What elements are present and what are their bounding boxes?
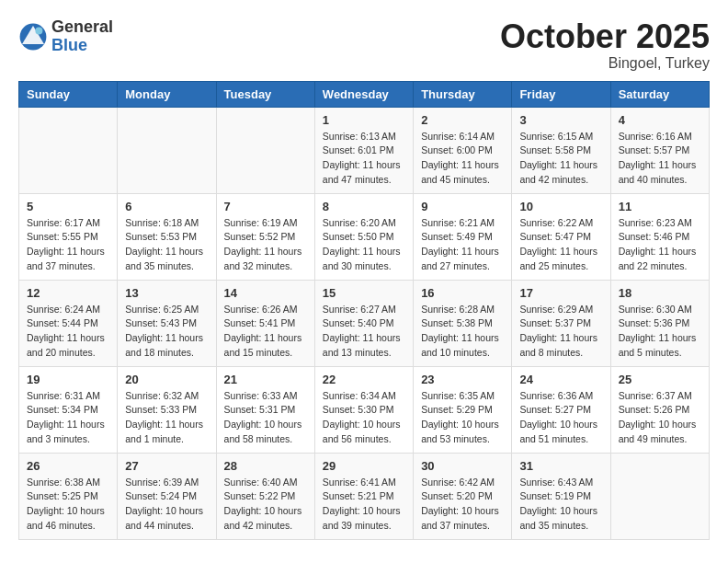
page-header: General Blue October 2025 Bingoel, Turke… — [18, 18, 710, 72]
calendar-cell: 17Sunrise: 6:29 AM Sunset: 5:37 PM Dayli… — [512, 280, 610, 366]
calendar-cell: 15Sunrise: 6:27 AM Sunset: 5:40 PM Dayli… — [314, 280, 413, 366]
calendar-cell: 22Sunrise: 6:34 AM Sunset: 5:30 PM Dayli… — [314, 366, 413, 453]
weekday-header-wednesday: Wednesday — [314, 81, 413, 107]
day-number: 24 — [519, 373, 602, 386]
day-info: Sunrise: 6:19 AM Sunset: 5:52 PM Dayligh… — [224, 216, 307, 274]
weekday-header-thursday: Thursday — [414, 81, 512, 107]
day-info: Sunrise: 6:14 AM Sunset: 6:00 PM Dayligh… — [421, 130, 504, 188]
logo-blue: Blue — [51, 37, 113, 55]
calendar-cell: 12Sunrise: 6:24 AM Sunset: 5:44 PM Dayli… — [19, 280, 118, 366]
calendar-week-4: 19Sunrise: 6:31 AM Sunset: 5:34 PM Dayli… — [19, 366, 710, 453]
calendar-cell: 31Sunrise: 6:43 AM Sunset: 5:19 PM Dayli… — [512, 453, 610, 539]
calendar-cell: 11Sunrise: 6:23 AM Sunset: 5:46 PM Dayli… — [610, 193, 709, 280]
calendar-week-3: 12Sunrise: 6:24 AM Sunset: 5:44 PM Dayli… — [19, 280, 710, 366]
day-number: 26 — [27, 459, 109, 473]
day-number: 14 — [224, 286, 307, 300]
day-number: 17 — [519, 286, 602, 300]
calendar-cell: 23Sunrise: 6:35 AM Sunset: 5:29 PM Dayli… — [414, 366, 512, 453]
weekday-header-sunday: Sunday — [19, 81, 118, 107]
calendar-cell — [216, 107, 314, 193]
day-number: 20 — [125, 373, 208, 386]
day-number: 6 — [125, 200, 208, 213]
weekday-header-tuesday: Tuesday — [216, 81, 314, 107]
calendar-cell: 29Sunrise: 6:41 AM Sunset: 5:21 PM Dayli… — [314, 453, 413, 539]
calendar-cell: 16Sunrise: 6:28 AM Sunset: 5:38 PM Dayli… — [414, 280, 512, 366]
day-number: 11 — [619, 200, 701, 213]
day-info: Sunrise: 6:13 AM Sunset: 6:01 PM Dayligh… — [323, 130, 405, 188]
day-number: 23 — [421, 373, 504, 386]
calendar-cell: 6Sunrise: 6:18 AM Sunset: 5:53 PM Daylig… — [118, 193, 216, 280]
calendar-cell: 19Sunrise: 6:31 AM Sunset: 5:34 PM Dayli… — [19, 366, 118, 453]
day-number: 7 — [224, 200, 307, 213]
day-info: Sunrise: 6:41 AM Sunset: 5:21 PM Dayligh… — [323, 476, 405, 534]
day-info: Sunrise: 6:40 AM Sunset: 5:22 PM Dayligh… — [224, 476, 307, 534]
calendar-cell: 5Sunrise: 6:17 AM Sunset: 5:55 PM Daylig… — [19, 193, 118, 280]
day-number: 9 — [421, 200, 504, 213]
calendar-cell: 24Sunrise: 6:36 AM Sunset: 5:27 PM Dayli… — [512, 366, 610, 453]
logo-text: General Blue — [51, 18, 113, 55]
calendar-week-5: 26Sunrise: 6:38 AM Sunset: 5:25 PM Dayli… — [19, 453, 710, 539]
day-number: 19 — [27, 373, 109, 386]
day-info: Sunrise: 6:37 AM Sunset: 5:26 PM Dayligh… — [619, 389, 701, 447]
day-number: 30 — [421, 459, 504, 473]
day-info: Sunrise: 6:15 AM Sunset: 5:58 PM Dayligh… — [519, 130, 602, 188]
day-number: 16 — [421, 286, 504, 300]
calendar-cell: 2Sunrise: 6:14 AM Sunset: 6:00 PM Daylig… — [414, 107, 512, 193]
day-info: Sunrise: 6:30 AM Sunset: 5:36 PM Dayligh… — [619, 303, 701, 361]
day-number: 18 — [619, 286, 701, 300]
day-info: Sunrise: 6:39 AM Sunset: 5:24 PM Dayligh… — [125, 476, 208, 534]
day-number: 4 — [619, 113, 701, 127]
calendar-cell: 9Sunrise: 6:21 AM Sunset: 5:49 PM Daylig… — [414, 193, 512, 280]
day-info: Sunrise: 6:26 AM Sunset: 5:41 PM Dayligh… — [224, 303, 307, 361]
day-info: Sunrise: 6:29 AM Sunset: 5:37 PM Dayligh… — [519, 303, 602, 361]
day-info: Sunrise: 6:21 AM Sunset: 5:49 PM Dayligh… — [421, 216, 504, 274]
day-number: 13 — [125, 286, 208, 300]
calendar-cell — [19, 107, 118, 193]
day-info: Sunrise: 6:24 AM Sunset: 5:44 PM Dayligh… — [27, 303, 109, 361]
day-info: Sunrise: 6:31 AM Sunset: 5:34 PM Dayligh… — [27, 389, 109, 447]
day-info: Sunrise: 6:27 AM Sunset: 5:40 PM Dayligh… — [323, 303, 405, 361]
month-title: October 2025 — [500, 18, 710, 55]
day-number: 22 — [323, 373, 405, 386]
day-info: Sunrise: 6:42 AM Sunset: 5:20 PM Dayligh… — [421, 476, 504, 534]
day-info: Sunrise: 6:33 AM Sunset: 5:31 PM Dayligh… — [224, 389, 307, 447]
title-block: October 2025 Bingoel, Turkey — [500, 18, 710, 72]
day-info: Sunrise: 6:16 AM Sunset: 5:57 PM Dayligh… — [619, 130, 701, 188]
day-number: 25 — [619, 373, 701, 386]
weekday-header-friday: Friday — [512, 81, 610, 107]
calendar-week-1: 1Sunrise: 6:13 AM Sunset: 6:01 PM Daylig… — [19, 107, 710, 193]
logo-icon — [18, 22, 48, 52]
day-info: Sunrise: 6:38 AM Sunset: 5:25 PM Dayligh… — [27, 476, 109, 534]
calendar-cell: 7Sunrise: 6:19 AM Sunset: 5:52 PM Daylig… — [216, 193, 314, 280]
day-number: 8 — [323, 200, 405, 213]
weekday-header-row: SundayMondayTuesdayWednesdayThursdayFrid… — [19, 81, 710, 107]
day-number: 10 — [519, 200, 602, 213]
day-info: Sunrise: 6:17 AM Sunset: 5:55 PM Dayligh… — [27, 216, 109, 274]
day-info: Sunrise: 6:34 AM Sunset: 5:30 PM Dayligh… — [323, 389, 405, 447]
calendar-cell: 14Sunrise: 6:26 AM Sunset: 5:41 PM Dayli… — [216, 280, 314, 366]
day-info: Sunrise: 6:28 AM Sunset: 5:38 PM Dayligh… — [421, 303, 504, 361]
calendar-cell: 10Sunrise: 6:22 AM Sunset: 5:47 PM Dayli… — [512, 193, 610, 280]
day-number: 3 — [519, 113, 602, 127]
day-number: 12 — [27, 286, 109, 300]
logo: General Blue — [18, 18, 113, 55]
day-number: 21 — [224, 373, 307, 386]
day-number: 15 — [323, 286, 405, 300]
day-info: Sunrise: 6:22 AM Sunset: 5:47 PM Dayligh… — [519, 216, 602, 274]
calendar-cell: 26Sunrise: 6:38 AM Sunset: 5:25 PM Dayli… — [19, 453, 118, 539]
day-info: Sunrise: 6:18 AM Sunset: 5:53 PM Dayligh… — [125, 216, 208, 274]
location-subtitle: Bingoel, Turkey — [500, 55, 710, 72]
weekday-header-saturday: Saturday — [610, 81, 709, 107]
day-info: Sunrise: 6:32 AM Sunset: 5:33 PM Dayligh… — [125, 389, 208, 447]
day-number: 5 — [27, 200, 109, 213]
calendar-cell — [118, 107, 216, 193]
day-info: Sunrise: 6:36 AM Sunset: 5:27 PM Dayligh… — [519, 389, 602, 447]
calendar-cell: 25Sunrise: 6:37 AM Sunset: 5:26 PM Dayli… — [610, 366, 709, 453]
calendar-cell — [610, 453, 709, 539]
svg-point-2 — [35, 27, 42, 34]
day-number: 1 — [323, 113, 405, 127]
calendar-cell: 27Sunrise: 6:39 AM Sunset: 5:24 PM Dayli… — [118, 453, 216, 539]
day-number: 31 — [519, 459, 602, 473]
day-info: Sunrise: 6:25 AM Sunset: 5:43 PM Dayligh… — [125, 303, 208, 361]
day-info: Sunrise: 6:35 AM Sunset: 5:29 PM Dayligh… — [421, 389, 504, 447]
